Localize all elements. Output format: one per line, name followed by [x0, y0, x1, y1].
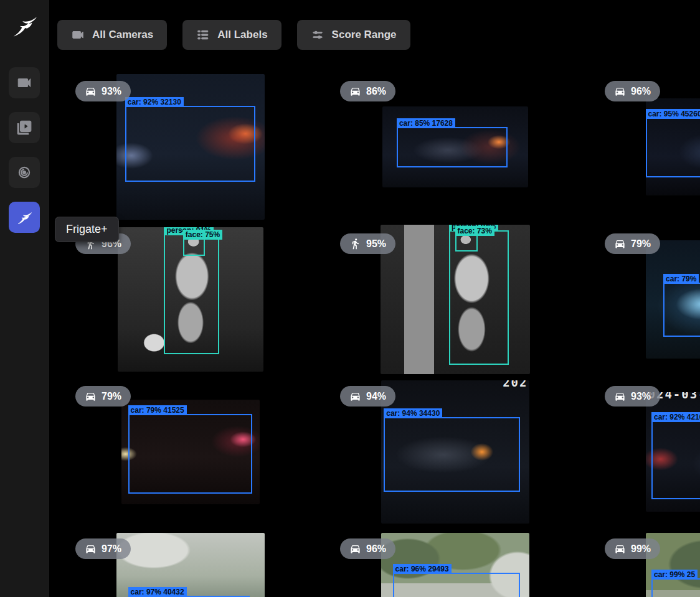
- person-walking-icon: [349, 238, 361, 250]
- score-badge: 97%: [75, 538, 131, 559]
- detection-bounding-box: face: 73%: [455, 235, 478, 251]
- score-badge: 79%: [75, 386, 131, 407]
- list-icon: [196, 28, 210, 42]
- detection-label: car: 79% 41525: [128, 405, 187, 415]
- review-icon: [16, 120, 32, 136]
- detection-card[interactable]: car: 79% 79%: [587, 223, 700, 375]
- sidebar-item-explore[interactable]: [9, 157, 40, 188]
- detection-bounding-box: car: 96% 29493: [393, 573, 521, 597]
- detection-thumbnail[interactable]: person: 91%face: 75%: [118, 227, 263, 372]
- detection-thumbnail[interactable]: car: 79% 41525: [121, 400, 260, 504]
- detection-label: car: 97% 40432: [128, 587, 187, 597]
- score-value: 93%: [102, 86, 121, 97]
- detection-card[interactable]: car: 97% 40432 97%: [58, 528, 323, 597]
- score-value: 93%: [631, 391, 651, 402]
- score-badge: 79%: [605, 233, 660, 254]
- detection-label: car: 94% 34430: [384, 408, 442, 418]
- detection-card[interactable]: car: 95% 45260 96%: [587, 70, 700, 223]
- camera-timestamp-osd: 202: [503, 380, 527, 389]
- detection-thumbnail[interactable]: car: 79%: [646, 240, 700, 359]
- filter-label: Score Range: [332, 29, 397, 41]
- detection-label: car: 92% 4216: [651, 412, 700, 422]
- score-badge: 96%: [340, 538, 395, 559]
- score-value: 96%: [631, 86, 651, 97]
- detection-thumbnail[interactable]: car: 85% 17628: [382, 106, 528, 187]
- car-icon: [349, 390, 361, 402]
- car-icon: [85, 390, 97, 402]
- camera-icon: [71, 28, 85, 42]
- detection-bounding-box: car: 95% 45260: [646, 118, 700, 178]
- detection-card[interactable]: person: 94%face: 73% 95%: [323, 223, 587, 375]
- car-icon: [85, 543, 97, 555]
- score-value: 95%: [366, 238, 386, 250]
- score-value: 79%: [631, 238, 651, 250]
- detection-card[interactable]: car: 96% 29493 96%: [323, 528, 587, 597]
- detection-card[interactable]: car: 85% 17628 86%: [323, 70, 587, 223]
- detections-grid: car: 92% 32130 93% car: 85% 17628 86% ca…: [58, 70, 700, 597]
- sidebar-item-review[interactable]: [9, 112, 40, 143]
- score-value: 79%: [102, 391, 121, 402]
- all-labels-filter-button[interactable]: All Labels: [182, 20, 281, 50]
- score-value: 86%: [366, 86, 386, 97]
- detection-card[interactable]: 202car: 94% 34430 94%: [323, 375, 587, 528]
- score-badge: 99%: [605, 538, 660, 559]
- detection-thumbnail[interactable]: car: 97% 40432: [116, 533, 265, 597]
- detection-thumbnail[interactable]: car: 92% 32130: [116, 74, 265, 220]
- detection-card[interactable]: car: 79% 41525 79%: [58, 375, 323, 528]
- detection-thumbnail[interactable]: 202car: 94% 34430: [381, 380, 529, 524]
- detection-thumbnail[interactable]: 024-03-0car: 92% 4216: [646, 392, 700, 512]
- frigate-bird-icon: [10, 11, 39, 39]
- sliders-icon: [311, 28, 324, 42]
- score-value: 97%: [102, 543, 121, 555]
- frigate-plus-tooltip: Frigate+: [55, 217, 119, 242]
- detection-card[interactable]: person: 91%face: 75% 96%: [58, 223, 323, 375]
- detection-label: car: 96% 29493: [393, 564, 452, 574]
- frigate-logo[interactable]: [8, 7, 40, 42]
- detection-bounding-box: car: 92% 4216: [651, 421, 700, 500]
- score-value: 99%: [631, 543, 651, 555]
- all-cameras-filter-button[interactable]: All Cameras: [57, 20, 167, 50]
- camera-icon: [16, 75, 32, 91]
- detection-bounding-box: car: 92% 32130: [125, 106, 255, 182]
- sidebar-nav: [9, 67, 40, 233]
- frigate-app: All Cameras All Labels Score Range car:: [0, 0, 700, 597]
- filter-label: All Cameras: [92, 29, 153, 41]
- car-icon: [614, 390, 626, 402]
- detection-thumbnail[interactable]: person: 94%face: 73%: [381, 225, 530, 374]
- detection-label: car: 85% 17628: [397, 118, 455, 128]
- filter-label: All Labels: [217, 29, 267, 41]
- score-badge: 95%: [340, 233, 395, 254]
- detection-card[interactable]: car: 99% 25 99%: [587, 528, 700, 597]
- detection-bounding-box: car: 85% 17628: [397, 127, 508, 167]
- score-value: 96%: [366, 543, 386, 555]
- detection-label: car: 79%: [663, 274, 699, 284]
- detection-label: car: 95% 45260: [646, 109, 700, 119]
- main-content: All Cameras All Labels Score Range car:: [49, 0, 700, 597]
- score-range-filter-button[interactable]: Score Range: [297, 20, 410, 50]
- detection-card[interactable]: 024-03-0car: 92% 4216 93%: [587, 375, 700, 528]
- score-badge: 96%: [605, 81, 660, 101]
- detection-label: car: 99% 25: [651, 570, 698, 580]
- sidebar: [0, 0, 49, 597]
- frigate-plus-icon: [16, 209, 32, 225]
- detection-label: face: 75%: [183, 230, 222, 240]
- detection-bounding-box: car: 79%: [663, 283, 700, 337]
- sidebar-item-live[interactable]: [9, 67, 40, 98]
- detection-label: car: 92% 32130: [125, 97, 184, 107]
- detection-bounding-box: car: 94% 34430: [384, 417, 520, 492]
- score-badge: 94%: [340, 386, 395, 407]
- detection-card[interactable]: car: 92% 32130 93%: [58, 70, 323, 223]
- detection-thumbnail[interactable]: car: 96% 29493: [381, 533, 529, 597]
- detection-bounding-box: car: 99% 25: [651, 578, 700, 597]
- sidebar-item-frigate-plus[interactable]: [9, 202, 40, 233]
- car-icon: [614, 238, 626, 250]
- car-icon: [349, 543, 361, 555]
- score-badge: 93%: [605, 386, 660, 407]
- filter-toolbar: All Cameras All Labels Score Range: [49, 0, 700, 50]
- detection-thumbnail[interactable]: car: 95% 45260: [646, 98, 700, 195]
- detection-label: face: 73%: [455, 226, 494, 236]
- explore-icon: [16, 164, 32, 181]
- car-icon: [85, 85, 97, 97]
- detection-bounding-box: car: 79% 41525: [128, 414, 253, 494]
- car-icon: [349, 85, 361, 97]
